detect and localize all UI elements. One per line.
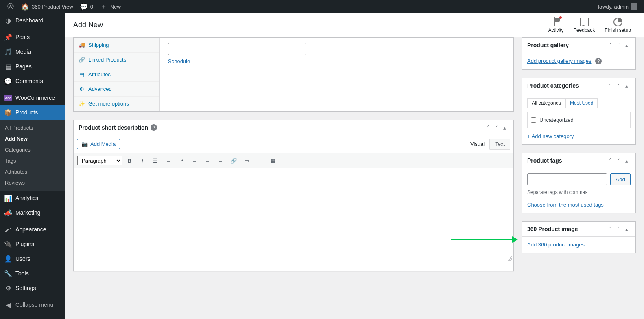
site-home-link[interactable]: 🏠360 Product View [18,0,76,13]
site-title: 360 Product View [32,4,73,10]
avatar-icon [631,3,637,10]
wp-logo[interactable]: ⓦ [3,0,18,13]
plus-icon: ＋ [100,2,108,11]
my-account[interactable]: Howdy, admin [592,0,641,13]
comment-icon: 💬 [80,2,88,11]
admin-bar: ⓦ 🏠360 Product View 💬0 ＋New Howdy, admin [0,0,644,13]
new-content-link[interactable]: ＋New [96,0,124,13]
comments-link[interactable]: 💬0 [76,0,96,13]
home-icon: 🏠 [21,2,29,11]
comment-count: 0 [90,4,93,10]
wordpress-icon: ⓦ [7,2,15,11]
